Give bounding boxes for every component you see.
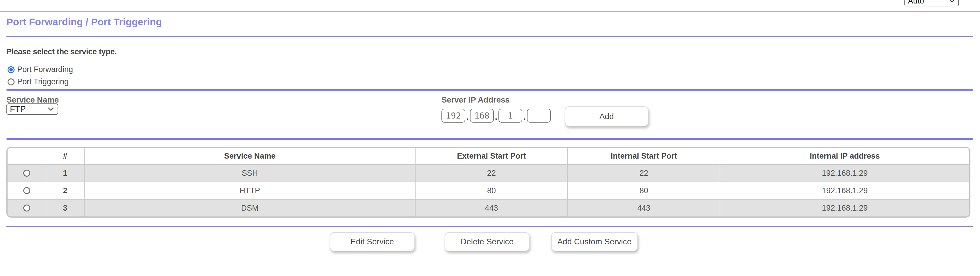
connection-mode-select[interactable]: Auto [904,0,959,6]
add-button[interactable]: Add [565,106,649,126]
row-internal-ip: 192.168.1.29 [720,182,969,199]
table-row: 2 HTTP 80 80 192.168.1.29 [8,182,969,199]
row-number: 1 [46,165,84,182]
row-number: 2 [46,182,84,199]
row-service-name: DSM [84,200,415,216]
table-header-row: # Service Name External Start Port Inter… [8,148,969,164]
header-select-column [8,148,46,164]
add-custom-service-button[interactable]: Add Custom Service [551,232,638,251]
ip-octet-1-input[interactable] [441,109,465,122]
row-external-port: 80 [415,182,567,199]
radio-option-port-forwarding[interactable]: Port Forwarding [8,65,73,74]
ip-octet-3-input[interactable] [498,109,522,122]
chevron-down-icon [48,107,54,111]
ip-octet-2-input[interactable] [470,109,494,122]
header-service-name: Service Name [84,148,415,164]
row-select-cell [8,165,46,182]
divider [6,89,973,90]
server-ip-inputs: . . . [441,109,551,122]
service-name-select[interactable]: FTP [6,103,58,115]
radio-selected-icon[interactable] [8,66,14,73]
ip-dot: . [465,111,470,122]
connection-mode-value: Auto [908,0,924,6]
row-select-cell [8,200,46,216]
page-title: Port Forwarding / Port Triggering [6,16,162,28]
ip-octet-4-input[interactable] [527,109,551,122]
radio-label: Port Forwarding [17,65,73,74]
row-radio-button[interactable] [23,187,30,194]
header-internal-ip: Internal IP address [720,148,969,164]
ip-dot: . [522,111,527,122]
row-radio-button[interactable] [23,170,30,177]
edit-service-button[interactable]: Edit Service [330,232,415,251]
row-external-port: 443 [415,200,567,216]
divider [6,226,973,227]
divider [6,36,973,37]
service-name-value: FTP [10,104,26,114]
divider [6,138,973,140]
header-number: # [46,148,84,164]
delete-service-button[interactable]: Delete Service [445,232,530,251]
row-select-cell [8,182,46,199]
row-service-name: HTTP [84,182,415,199]
port-forwarding-table: # Service Name External Start Port Inter… [6,147,970,217]
table-row: 3 DSM 443 443 192.168.1.29 [8,199,969,216]
row-service-name: SSH [84,165,415,182]
row-internal-port: 443 [567,200,720,216]
row-internal-ip: 192.168.1.29 [720,200,969,216]
row-internal-ip: 192.168.1.29 [720,165,969,182]
table-row: 1 SSH 22 22 192.168.1.29 [8,164,969,182]
header-external-start-port: External Start Port [415,148,567,164]
row-external-port: 22 [415,165,567,182]
ip-dot: . [494,111,498,122]
row-number: 3 [46,200,84,216]
row-radio-button[interactable] [23,205,30,211]
server-ip-label: Server IP Address [441,95,510,105]
radio-unselected-icon[interactable] [8,78,14,86]
top-divider [0,11,980,12]
row-internal-port: 22 [567,165,720,182]
chevron-down-icon [949,0,955,3]
row-internal-port: 80 [567,182,720,199]
radio-label: Port Triggering [17,77,68,86]
service-type-prompt: Please select the service type. [6,48,117,56]
radio-option-port-triggering[interactable]: Port Triggering [8,77,68,86]
header-internal-start-port: Internal Start Port [567,148,720,164]
